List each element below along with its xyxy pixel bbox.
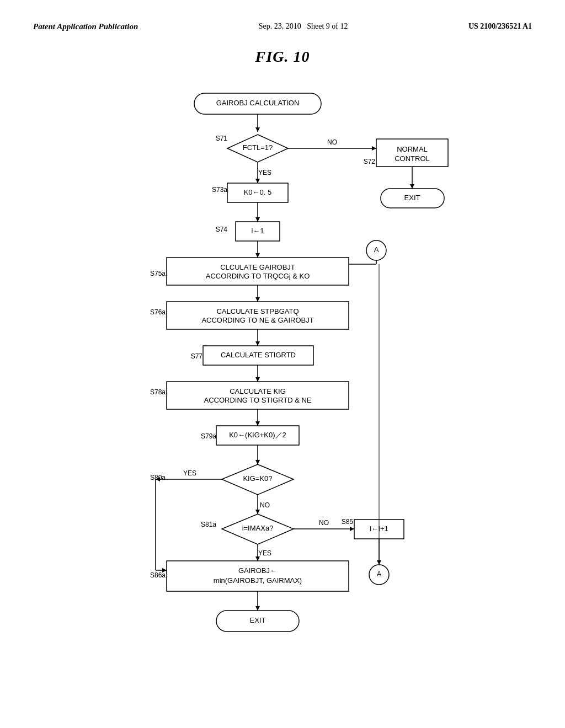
yes-label-1: YES xyxy=(258,169,271,176)
no-label-2: NO xyxy=(260,501,270,509)
s73a-rect: K0←0. 5 xyxy=(244,188,272,196)
s86a-rect-line1: GAIROBJ← xyxy=(238,566,277,575)
s71-diamond: FCTL=1? xyxy=(243,143,273,152)
s80a-diamond: KIG=K0? xyxy=(243,474,272,483)
s78a-rect-line1: CALCULATE KIG xyxy=(230,387,286,395)
s77-label: S77 xyxy=(191,352,203,360)
svg-marker-36 xyxy=(255,460,260,464)
yes-label-2: YES xyxy=(183,469,196,477)
svg-marker-33 xyxy=(255,421,260,426)
exit-node-2: EXIT xyxy=(250,616,266,624)
svg-marker-24 xyxy=(255,297,260,302)
s72-label: S72 xyxy=(364,158,376,165)
s81a-label: S81a xyxy=(201,521,216,528)
svg-marker-44 xyxy=(255,556,260,561)
svg-marker-7 xyxy=(372,146,376,151)
s85-label: S85 xyxy=(342,518,354,526)
svg-marker-41 xyxy=(255,510,260,514)
s76a-rect-line1: CALCULATE STPBGATQ xyxy=(216,307,299,315)
no-label-3: NO xyxy=(319,519,329,527)
yes-label-3: YES xyxy=(258,549,271,557)
s79a-rect: K0←(KIG+K0)／2 xyxy=(229,431,286,439)
s73a-label: S73a xyxy=(212,186,227,194)
header-date: Sep. 23, 2010 xyxy=(259,22,301,30)
header-title: Patent Application Publication xyxy=(33,22,138,31)
circle-a-top: A xyxy=(374,245,379,254)
page: Patent Application Publication Sep. 23, … xyxy=(0,0,565,728)
s75a-rect-line2: ACCORDING TO TRQCGj & KO xyxy=(206,272,310,280)
s76a-rect-line2: ACCORDING TO NE & GAIROBJT xyxy=(201,316,313,324)
svg-marker-27 xyxy=(255,341,260,346)
no-label-1: NO xyxy=(327,138,337,146)
svg-marker-17 xyxy=(255,253,260,258)
svg-marker-10 xyxy=(410,184,414,189)
header-patent-number: US 2100/236521 A1 xyxy=(468,22,532,31)
s72-control: CONTROL xyxy=(395,154,430,163)
start-node: GAIROBJ CALCULATION xyxy=(216,99,300,107)
header: Patent Application Publication Sep. 23, … xyxy=(33,22,532,31)
s78a-rect-line2: ACCORDING TO STIGRTD & NE xyxy=(204,396,311,404)
s74-label: S74 xyxy=(216,226,228,233)
figure-title: FIG. 10 xyxy=(33,48,532,66)
header-sheet: Sheet 9 of 12 xyxy=(307,22,348,30)
svg-marker-46 xyxy=(350,527,354,531)
flowchart: GAIROBJ CALCULATION S71 FCTL=1? YES NO S… xyxy=(33,82,532,689)
s76a-label: S76a xyxy=(150,308,166,316)
svg-marker-5 xyxy=(255,179,260,183)
svg-marker-54 xyxy=(255,606,260,611)
s74-rect: i←1 xyxy=(251,227,264,235)
s86a-label: S86a xyxy=(150,571,166,579)
header-date-sheet: Sep. 23, 2010 Sheet 9 of 12 xyxy=(259,22,348,31)
s86a-rect-line2: min(GAIROBJT, GAIRMAX) xyxy=(214,576,302,585)
exit-node-1: EXIT xyxy=(404,194,420,202)
s81a-diamond: i=IMAXa? xyxy=(242,524,274,532)
svg-marker-30 xyxy=(255,377,260,382)
s72-normal-control: NORMAL xyxy=(397,145,428,153)
circle-a-bottom: A xyxy=(377,570,382,578)
s77-rect: CALCULATE STIGRTD xyxy=(221,351,296,359)
svg-marker-14 xyxy=(255,217,260,222)
s75a-rect-line1: CLCULATE GAIROBJT xyxy=(220,263,295,271)
s78a-label: S78a xyxy=(150,388,166,396)
s79a-label: S79a xyxy=(201,432,216,440)
s71-label: S71 xyxy=(216,135,228,142)
s75a-label: S75a xyxy=(150,270,166,277)
svg-marker-2 xyxy=(255,127,260,132)
